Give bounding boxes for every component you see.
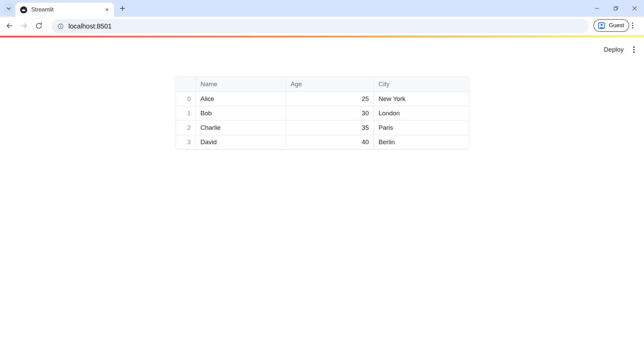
profile-button[interactable]: Guest	[593, 19, 629, 32]
cell-city[interactable]: London	[374, 106, 469, 120]
site-info-icon[interactable]	[57, 23, 64, 30]
table-row: 0 Alice 25 New York	[176, 92, 469, 106]
dataframe: Name Age City 0 Alice 25 New York 1 Bob …	[175, 77, 470, 150]
header-name[interactable]: Name	[196, 77, 286, 92]
streamlit-page: Deploy Name Age City 0 Alice 25 New	[0, 38, 644, 342]
table-row: 1 Bob 30 London	[176, 106, 469, 120]
profile-label: Guest	[609, 22, 624, 29]
address-bar[interactable]: localhost:8501	[52, 19, 589, 33]
cell-index[interactable]: 3	[176, 135, 196, 149]
minimize-button[interactable]	[588, 2, 606, 14]
browser-menu-button[interactable]	[632, 22, 633, 28]
refresh-icon	[35, 22, 43, 30]
streamlit-header-toolbar: Deploy	[604, 45, 636, 54]
cell-city[interactable]: Berlin	[374, 135, 469, 149]
cell-name[interactable]: Alice	[196, 92, 286, 106]
cell-index[interactable]: 1	[176, 106, 196, 120]
cell-city[interactable]: Paris	[374, 120, 469, 135]
cell-name[interactable]: Charlie	[196, 120, 286, 135]
restore-button[interactable]	[606, 2, 625, 14]
header-index[interactable]	[176, 77, 196, 92]
cell-city[interactable]: New York	[374, 92, 469, 106]
window-controls	[588, 0, 644, 17]
chevron-down-icon	[7, 5, 11, 11]
app-menu-button[interactable]	[632, 45, 636, 54]
guest-avatar-icon	[597, 21, 606, 30]
deploy-button[interactable]: Deploy	[604, 46, 624, 53]
header-row: Name Age City	[176, 77, 469, 92]
refresh-button[interactable]	[33, 20, 45, 32]
kebab-icon	[632, 22, 633, 24]
browser-tab-streamlit[interactable]: Streamlit ×	[15, 3, 114, 17]
close-icon	[631, 5, 638, 12]
cell-age[interactable]: 30	[286, 106, 374, 120]
data-table: Name Age City 0 Alice 25 New York 1 Bob …	[176, 77, 469, 149]
cell-age[interactable]: 25	[286, 92, 374, 106]
cell-name[interactable]: Bob	[196, 106, 286, 120]
header-city[interactable]: City	[374, 77, 469, 92]
url-text: localhost:8501	[68, 22, 112, 30]
kebab-icon	[633, 46, 635, 48]
restore-icon	[612, 5, 619, 12]
table-row: 2 Charlie 35 Paris	[176, 120, 469, 135]
tab-strip: Streamlit ×	[0, 0, 644, 17]
table-row: 3 David 40 Berlin	[176, 135, 469, 149]
header-age[interactable]: Age	[286, 77, 374, 92]
back-arrow-icon	[5, 22, 13, 30]
tab-title: Streamlit	[31, 6, 103, 13]
tab-close-icon[interactable]: ×	[103, 6, 111, 13]
tab-search-button[interactable]	[4, 4, 13, 13]
close-window-button[interactable]	[625, 2, 644, 14]
crown-favicon-icon	[20, 6, 28, 14]
cell-age[interactable]: 35	[286, 120, 374, 135]
cell-index[interactable]: 2	[176, 120, 196, 135]
forward-arrow-icon	[20, 22, 28, 30]
new-tab-button[interactable]	[118, 4, 127, 13]
cell-index[interactable]: 0	[176, 92, 196, 106]
cell-age[interactable]: 40	[286, 135, 374, 149]
cell-name[interactable]: David	[196, 135, 286, 149]
forward-button[interactable]	[18, 20, 30, 32]
back-button[interactable]	[4, 20, 15, 32]
browser-toolbar: localhost:8501 Guest	[0, 17, 644, 35]
minimize-icon	[594, 5, 600, 12]
